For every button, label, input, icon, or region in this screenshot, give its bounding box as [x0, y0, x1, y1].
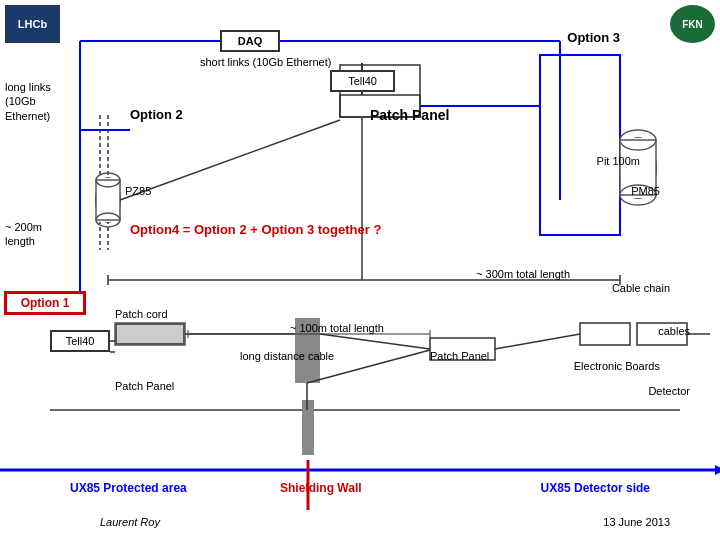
svg-point-21: [96, 213, 120, 227]
electronic-boards-label: Electronic Boards: [574, 360, 660, 372]
tell40-top: Tell40: [330, 70, 395, 92]
svg-line-45: [495, 334, 580, 349]
svg-marker-40: [715, 465, 720, 475]
pit-100m-label: Pit 100m: [597, 155, 640, 167]
pz85-label: PZ85: [125, 185, 151, 197]
svg-rect-34: [580, 323, 630, 345]
option1-box: Option 1: [5, 292, 85, 314]
diagram-container: LHCb FKN DAQ Option 3 short links (10Gb …: [0, 0, 720, 540]
patch-panel-top: Patch Panel: [370, 107, 449, 123]
cable-chain-label: Cable chain: [612, 282, 670, 294]
patch-panel-mid: Patch Panel: [430, 350, 489, 362]
pm85-label: PM85: [631, 185, 660, 197]
svg-point-17: [96, 178, 120, 222]
svg-rect-18: [96, 178, 120, 222]
svg-rect-30: [302, 400, 314, 455]
long-distance-label: long distance cable: [240, 350, 334, 362]
svg-rect-11: [540, 55, 620, 235]
logo-lhcb: LHCb: [5, 5, 60, 43]
length-100m: ~ 100m total length: [290, 322, 384, 334]
patch-cord-label: Patch cord: [115, 308, 168, 320]
ux85-protected-label: UX85 Protected area: [70, 481, 187, 495]
svg-line-44: [320, 334, 430, 349]
option4-label: Option4 = Option 2 + Option 3 together ?: [130, 222, 381, 237]
svg-line-22: [120, 120, 340, 200]
svg-point-15: [620, 130, 656, 150]
tell40-bottom: Tell40: [50, 330, 110, 352]
daq-box: DAQ: [220, 30, 280, 52]
cables-label: cables: [658, 325, 690, 337]
author-label: Laurent Roy: [100, 516, 160, 528]
length-300m: ~ 300m total length: [476, 268, 570, 280]
option3-label: Option 3: [567, 30, 620, 45]
ux85-detector-label: UX85 Detector side: [541, 481, 650, 495]
patch-panel-bot: Patch Panel: [115, 380, 174, 392]
shielding-wall-label: Shielding Wall: [280, 481, 362, 495]
svg-point-20: [96, 173, 120, 187]
date-label: 13 June 2013: [603, 516, 670, 528]
short-links-label: short links (10Gb Ethernet): [200, 56, 331, 68]
patch-cord-box: [115, 323, 185, 345]
option2-label: Option 2: [130, 107, 183, 122]
logo-fkn: FKN: [670, 5, 715, 43]
long-links-label: long links(10GbEthernet): [5, 80, 51, 123]
detector-label: Detector: [648, 385, 690, 397]
svg-rect-19: [96, 180, 120, 220]
length-200m: ~ 200mlength: [5, 220, 42, 249]
